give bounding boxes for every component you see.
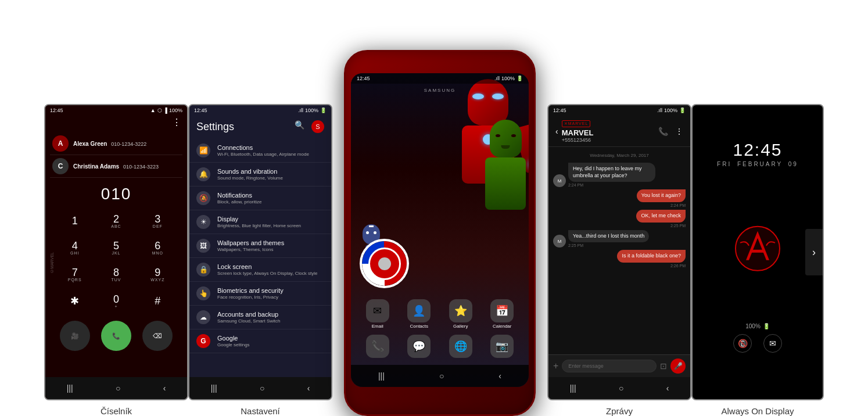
msg-3: OK, let me check 2:25 PM [636, 210, 686, 228]
settings-time: 12:45 [194, 107, 207, 113]
dialer-nav-recent[interactable]: ||| [67, 383, 73, 393]
messages-input-field[interactable]: Enter message [562, 360, 657, 372]
dialer-key-5[interactable]: 5JKL [96, 235, 136, 260]
email-icon: ✉ [366, 299, 389, 322]
aod-date-line: FRI FEBRUARY 09 [693, 161, 823, 167]
settings-battery-icon: 🔋 [320, 107, 327, 113]
delete-icon: ⌫ [153, 332, 162, 340]
samsung-brand: SAMSUNG [424, 88, 455, 93]
dialer-key-8[interactable]: 8TUV [96, 261, 136, 287]
settings-nav-home[interactable]: ○ [260, 383, 264, 393]
msg-5-row: Is it a foldable black one? 2:26 PM [553, 250, 686, 268]
aod-decline-btn[interactable]: 📵 [733, 334, 752, 353]
center-time: 12:45 [357, 76, 370, 81]
dialer-call-btn[interactable]: 📞 [101, 321, 131, 351]
msg-5: Is it a foldable black one? 2:26 PM [617, 250, 686, 268]
settings-biometrics[interactable]: 👆 Biometrics and security Face recogniti… [189, 282, 331, 306]
avengers-background: ✉ Email 👤 Contacts ⭐ Gallery 📅 Calendar [351, 73, 529, 387]
dialer-video-btn[interactable]: 🎥 [60, 321, 90, 351]
connections-name: Connections [217, 144, 309, 151]
dock-phone-icon[interactable]: 📞 [366, 335, 389, 358]
dialer-key-4[interactable]: 4GHI [55, 235, 95, 260]
msg-1-bubble: Hey, did I happen to leave my umbrella a… [568, 163, 655, 182]
msg-2-time: 2:24 PM [637, 203, 686, 207]
messages-video-icon[interactable]: ⋮ [675, 127, 683, 136]
dialer-more-options[interactable]: ⋮ [45, 116, 187, 129]
messages-add-icon[interactable]: + [553, 361, 558, 371]
marvel-tag: ✕MARVEL [562, 120, 591, 127]
aod-next-arrow[interactable]: › [805, 229, 823, 275]
messages-screen: 12:45 .ıll 100% 🔋 ‹ ✕MARVEL MARVEL +5551… [547, 104, 691, 400]
dock-camera-icon[interactable]: 📷 [490, 335, 514, 358]
settings-screen: 12:45 .ıll 100% 🔋 Settings 🔍 S 📶 [188, 104, 332, 400]
dialer-key-3[interactable]: 3DEF [138, 208, 178, 234]
settings-accounts[interactable]: ☁ Accounts and backup Samsung Cloud, Sma… [189, 306, 331, 329]
dialer-nav-back[interactable]: ‹ [163, 383, 166, 393]
settings-avatar-icon[interactable]: S [311, 120, 324, 133]
messages-nav-home[interactable]: ○ [619, 383, 623, 393]
marvel-watermark: ©MARVEL [50, 252, 54, 273]
settings-wallpapers[interactable]: 🖼 Wallpapers and themes Wallpapers, Them… [189, 234, 331, 258]
dialer-key-0[interactable]: 0+ [96, 288, 136, 314]
notifications-desc: Block, allow, prioritize [217, 199, 261, 205]
accounts-name: Accounts and backup [217, 311, 281, 318]
display-text: Display Brightness, Blue light filter, H… [217, 216, 301, 228]
messages-label: Zprávy [547, 406, 691, 416]
dialer-key-star[interactable]: ✱ [55, 288, 95, 314]
messages-nav-recent[interactable]: ||| [570, 383, 576, 393]
dialer-nav-bar: ||| ○ ‹ [45, 377, 187, 399]
settings-google[interactable]: G Google Google settings [189, 329, 331, 353]
aod-battery-bar-icon: 🔋 [763, 323, 770, 329]
settings-nav-recent[interactable]: ||| [211, 383, 217, 393]
captain-shield [360, 239, 409, 288]
google-text: Google Google settings [217, 335, 250, 347]
msg-avatar-4: M [553, 235, 566, 248]
dialer-key-hash[interactable]: # [138, 288, 178, 314]
settings-display[interactable]: ☀ Display Brightness, Blue light filter,… [189, 210, 331, 234]
dialer-contact-1[interactable]: A Alexa Green 010-1234-3222 [50, 132, 182, 155]
center-nav-home[interactable]: ○ [439, 371, 444, 381]
dialer-key-1[interactable]: 1 [55, 208, 95, 234]
settings-nav-back[interactable]: ‹ [307, 383, 310, 393]
messages-back-area[interactable]: ‹ ✕MARVEL MARVEL +555123456 [555, 119, 593, 143]
dialer-number-display: 010 [45, 180, 187, 206]
messages-status-icons: .ıll 100% 🔋 [657, 107, 686, 113]
home-icon-gallery[interactable]: ⭐ Gallery [449, 299, 472, 329]
home-icon-calendar[interactable]: 📅 Calendar [490, 299, 514, 329]
dialer-battery-icon: ▐ [164, 107, 167, 113]
messages-input-bar: + Enter message ⊡ 🎤 [548, 354, 690, 377]
messages-nav-back[interactable]: ‹ [666, 383, 669, 393]
settings-connections[interactable]: 📶 Connections Wi-Fi, Bluetooth, Data usa… [189, 139, 331, 163]
back-arrow-icon[interactable]: ‹ [555, 127, 558, 136]
dialer-key-6[interactable]: 6MNO [138, 235, 178, 260]
dialer-key-7[interactable]: 7PQRS [55, 261, 95, 287]
dialer-key-9[interactable]: 9WXYZ [138, 261, 178, 287]
dialer-delete-btn[interactable]: ⌫ [142, 321, 173, 351]
center-nav-back[interactable]: ‹ [498, 371, 501, 381]
email-label: Email [372, 324, 383, 329]
aod-message-btn[interactable]: ✉ [763, 334, 782, 353]
dialer-contact-2[interactable]: C Christina Adams 010-1234-3223 [50, 155, 182, 178]
messages-sticker-icon[interactable]: ⊡ [660, 361, 667, 371]
settings-search-icon[interactable]: 🔍 [295, 120, 304, 133]
dock-browser-icon[interactable]: 🌐 [449, 335, 472, 358]
dialer-key-2[interactable]: 2ABC [96, 208, 136, 234]
center-nav-recent[interactable]: ||| [378, 371, 385, 381]
settings-header-icons: 🔍 S [295, 120, 324, 133]
settings-sounds[interactable]: 🔔 Sounds and vibration Sound mode, Ringt… [189, 163, 331, 187]
home-icon-contacts[interactable]: 👤 Contacts [407, 299, 431, 329]
contact1-avatar: A [52, 135, 69, 152]
settings-notifications[interactable]: 🔕 Notifications Block, allow, prioritize [189, 187, 331, 210]
msg-3-bubble: OK, let me check [636, 210, 686, 223]
dialer-battery-text: 100% [169, 107, 182, 113]
settings-lockscreen[interactable]: 🔒 Lock screen Screen lock type, Always O… [189, 258, 331, 282]
home-icon-email[interactable]: ✉ Email [366, 299, 389, 329]
aod-battery-display: 100% 🔋 [745, 323, 770, 329]
messages-call-icon[interactable]: 📞 [658, 127, 668, 136]
messages-mic-icon[interactable]: 🎤 [670, 358, 686, 374]
dialer-nav-home[interactable]: ○ [116, 383, 120, 393]
msg-2: You lost it again? 2:24 PM [637, 189, 686, 207]
aod-month: FEBRUARY [737, 161, 783, 167]
accounts-icon: ☁ [196, 310, 210, 324]
dock-messages-icon[interactable]: 💬 [407, 335, 431, 358]
